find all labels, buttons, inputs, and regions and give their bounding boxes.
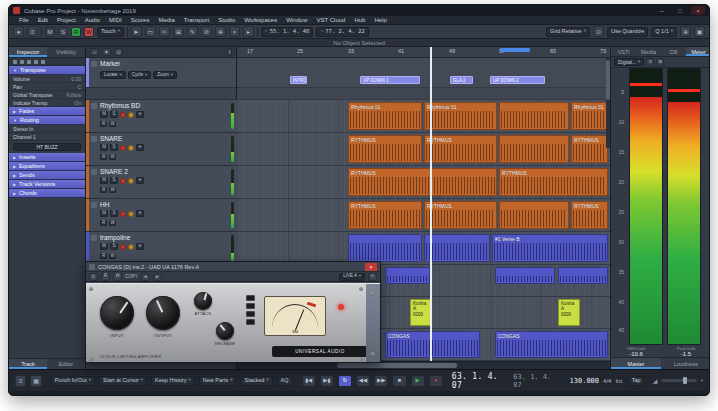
marker-event[interactable]: UP DOWN 2 [490,76,545,84]
menu-project[interactable]: Project [53,17,80,23]
plugin-read-button[interactable]: R [101,273,110,281]
plugin-copy-label[interactable]: COPY [125,274,138,279]
tab-cr[interactable]: CR [661,47,686,56]
collapse-icon[interactable] [34,60,38,64]
secondary-time-display[interactable]: 63. 1. 4. 87 [513,373,560,389]
lane-hh[interactable]: RYTHMUS RYTHMUS RYTHMUS [237,199,610,232]
edit-channel-button[interactable]: e [136,144,144,151]
audio-quantize-chip[interactable]: AQ [277,376,293,386]
audio-clip[interactable]: RYTHMUS [571,201,608,229]
track-header-snare[interactable]: SNARE M S e R W [86,133,237,166]
ratio-button[interactable] [246,311,255,317]
track-header-snare-2[interactable]: SNARE 2 M S e R W [86,166,237,199]
section-routing[interactable]: ▼ Routing [9,116,85,125]
timeline-ruler[interactable]: 17 25 33 41 49 57 65 73 [237,47,610,58]
tap-tempo-button[interactable]: Tap [628,376,645,386]
snap-icon[interactable]: ⊙ [593,26,604,37]
solo-button[interactable]: S [110,210,118,217]
menu-vstcloud[interactable]: VST Cloud [312,17,349,23]
menu-edit[interactable]: Edit [34,17,52,23]
audio-clip[interactable]: Rhythmus 01 [571,102,608,130]
midi-clip[interactable]: Kontra A 0000 [558,299,580,326]
monitor-button[interactable] [128,244,134,250]
rms-value[interactable]: -10.6 [629,351,643,357]
time-signature-display[interactable]: 4/4 [603,378,611,384]
sync-mode-display[interactable]: Int. [615,378,623,384]
right-locator-display[interactable]: ◂ 77. 2. 4. 22 [316,27,368,37]
read-button[interactable]: R [100,121,107,127]
solo-button[interactable]: S [110,144,118,151]
forward-button[interactable]: ▶▶ [374,375,388,387]
read-button[interactable]: R [100,220,107,226]
section-sends[interactable]: ▶ Sends [9,171,85,180]
plugin-title-bar[interactable]: CONGAS (D) ins.2 - UAD UA 1176 Rev A × [86,262,380,272]
metronome-icon[interactable]: ▦ [30,375,41,387]
glue-tool[interactable]: ⊞ [173,26,184,37]
punch-inout-dropdown[interactable]: Punch In/Out ▾ [51,376,95,386]
quantize-mode-chip[interactable]: Use Quantize [607,27,648,37]
tab-meter[interactable]: Meter [686,47,710,56]
gear-icon[interactable] [20,60,24,64]
lane-marker[interactable]: INTRO UP DOWN 1 GLA 2 UP DOWN 2 [237,58,610,88]
track-header-hh[interactable]: HH M S e R W [86,199,237,232]
mute-button[interactable]: M [100,144,108,151]
start-mode-dropdown[interactable]: Start at Cursor ▾ [99,376,147,386]
edit-channel-button[interactable]: e [136,243,144,250]
play-tool[interactable]: ▸ [243,26,254,37]
mute-tool[interactable]: × [229,26,240,37]
audio-clip[interactable]: RYTHMUS [499,168,608,196]
menu-studio[interactable]: Studio [214,17,239,23]
cycle-region[interactable] [500,48,530,52]
solo-button[interactable]: S [110,177,118,184]
meter-settings-icon[interactable]: ⊙ [646,58,654,66]
filter-icon[interactable] [13,60,17,64]
write-button[interactable]: W [109,253,116,259]
release-knob[interactable] [216,322,234,340]
audio-clip[interactable]: RYTHMUS [348,135,422,163]
marker-cycle-dropdown[interactable]: Cycle ▾ [128,71,152,79]
audio-clip[interactable]: #1 Verse B [492,234,608,262]
activate-project-icon[interactable]: ● [13,26,24,37]
audio-clip[interactable] [558,267,608,284]
menu-workspaces[interactable]: Workspaces [240,17,281,23]
minimize-button[interactable]: ─ [655,6,669,15]
chevron-down-icon[interactable]: ▾ [701,378,703,383]
inspector-row[interactable]: Pan C [9,83,85,91]
menu-window[interactable]: Window [282,17,311,23]
tempo-display[interactable]: 130.000 [570,377,600,385]
ratio-button[interactable] [246,303,255,309]
tab-inspector[interactable]: Inspector [9,47,47,57]
audio-clip[interactable] [499,201,569,229]
output-knob[interactable] [146,296,180,330]
plugin-window[interactable]: CONGAS (D) ins.2 - UAD UA 1176 Rev A × ⏻… [85,261,381,363]
edit-channel-button[interactable]: e [136,210,144,217]
tab-media[interactable]: Media [636,47,661,56]
menu-media[interactable]: Media [154,17,178,23]
audio-clip[interactable]: RYTHMUS [571,135,608,163]
audio-clip[interactable]: RYTHMUS [348,201,422,229]
edit-channel-button[interactable]: e [136,111,144,118]
draw-tool[interactable]: ✎ [187,26,198,37]
track-filter-icon[interactable]: ▼ [102,48,111,56]
playhead-cursor[interactable] [430,47,432,361]
quantize-value-dropdown[interactable]: Q 1/1 ▾ [651,27,677,37]
lane-rhythmus-bd[interactable]: Rhythmus 01 Rhythmus 01 Rhythmus 01 [237,100,610,133]
erase-tool[interactable]: ⊘ [201,26,212,37]
record-enable-button[interactable] [120,211,126,217]
close-button[interactable]: × [691,6,705,15]
section-fades[interactable]: ▶ Fades [9,107,85,116]
section-track-versions[interactable]: ▶ Track Versions [9,180,85,189]
midi-clip[interactable]: Kontra A 0000 [410,299,432,326]
record-history-dropdown[interactable]: Keep History ▾ [151,376,195,386]
output-bus-chip[interactable]: HT BUZZ [13,143,81,151]
title-bar[interactable]: Cubase Pro Project - Novembertage 2019 ─… [9,5,709,16]
track-zoom-icon[interactable]: ↕ [227,48,232,56]
peak-value[interactable]: -1.5 [681,351,691,357]
menu-scores[interactable]: Scores [127,17,154,23]
write-button[interactable]: W [109,187,116,193]
tab-visibility[interactable]: Visibility [47,47,85,57]
menu-audio[interactable]: Audio [81,17,104,23]
write-button[interactable]: W [109,121,116,127]
add-track-button[interactable]: ＋ [90,48,99,56]
plugin-write-button[interactable]: W [113,273,122,281]
